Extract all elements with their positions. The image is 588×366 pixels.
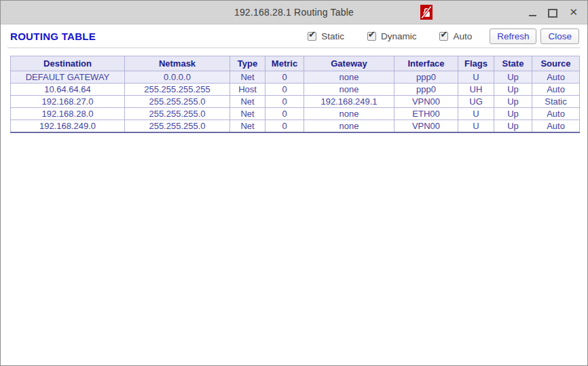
cell-interface: VPN00 [394,120,458,133]
table-row: 192.168.28.0 255.255.255.0 Net 0 none ET… [11,108,580,120]
cell-interface: ppp0 [394,71,458,84]
cell-type: Net [230,71,265,84]
column-header: Netmask [125,56,230,71]
cell-netmask: 0.0.0.0 [125,71,230,84]
cell-netmask: 255.255.255.0 [125,96,230,108]
cell-netmask: 255.255.255.0 [125,120,230,133]
column-header: Flags [458,56,494,71]
cell-destination: 192.168.27.0 [11,96,125,108]
page-title: ROUTING TABLE [10,31,96,42]
column-header: State [494,56,532,71]
maximize-icon [548,9,557,18]
insecure-lock-slash-icon [420,5,433,20]
cell-state: Up [494,71,532,84]
cell-destination: 192.168.249.0 [11,120,125,133]
cell-state: Up [494,96,532,108]
titlebar: 192.168.28.1 Routing Table ✕ [1,1,587,24]
checkbox-icon[interactable]: ✔ [439,32,448,41]
cell-destination: 10.64.64.64 [11,84,125,96]
cell-interface: ppp0 [394,84,458,96]
cell-state: Up [494,120,532,133]
cell-metric: 0 [265,120,304,133]
cell-destination: DEFAULT GATEWAY [11,71,125,84]
routing-table-window: 192.168.28.1 Routing Table ✕ ROUTING TAB… [0,0,588,366]
cell-gateway: none [304,71,394,84]
cell-metric: 0 [265,84,304,96]
checkbox-label: Dynamic [381,31,417,41]
cell-netmask: 255.255.255.255 [125,84,230,96]
checkbox-label: Static [321,31,344,41]
cell-interface: ETH00 [394,108,458,120]
cell-type: Net [230,96,265,108]
cell-state: Up [494,84,532,96]
cell-metric: 0 [265,71,304,84]
toolbar-divider [7,48,581,48]
close-button[interactable]: Close [540,29,579,44]
refresh-button[interactable]: Refresh [490,29,536,44]
cell-netmask: 255.255.255.0 [125,108,230,120]
cell-flags: U [458,120,494,133]
cell-gateway: 192.168.249.1 [304,96,394,108]
table-row: 10.64.64.64 255.255.255.255 Host 0 none … [11,84,580,96]
toolbar: ROUTING TABLE ✔ Static ✔ Dynamic ✔ Auto … [1,24,587,48]
cell-destination: 192.168.28.0 [11,108,125,120]
minimize-button[interactable] [529,7,536,18]
cell-source: Auto [532,120,580,133]
cell-source: Auto [532,108,580,120]
column-header: Interface [394,56,458,71]
close-window-button[interactable]: ✕ [569,7,578,18]
checkbox-icon[interactable]: ✔ [308,32,316,41]
cell-type: Net [230,120,265,133]
table-row: 192.168.249.0 255.255.255.0 Net 0 none V… [11,120,580,133]
table-row: 192.168.27.0 255.255.255.0 Net 0 192.168… [11,96,580,108]
column-header: Source [532,56,580,71]
cell-flags: UH [458,84,494,96]
filter-checkbox-group[interactable]: ✔ Auto [439,31,472,41]
cell-type: Net [230,108,265,120]
cell-source: Auto [532,71,580,84]
filter-checkbox-group[interactable]: ✔ Dynamic [367,31,417,41]
filter-checkbox-group[interactable]: ✔ Static [308,31,344,41]
cell-metric: 0 [265,96,304,108]
routing-table-body: DEFAULT GATEWAY 0.0.0.0 Net 0 none ppp0 … [11,71,580,133]
window-controls: ✕ [529,1,578,24]
cell-flags: UG [458,96,494,108]
cell-gateway: none [304,84,394,96]
checkbox-label: Auto [453,31,472,41]
cell-source: Auto [532,84,580,96]
cell-state: Up [494,108,532,120]
cell-gateway: none [304,120,394,133]
filter-checkboxes: ✔ Static ✔ Dynamic ✔ Auto [308,31,472,41]
column-header: Destination [11,56,125,71]
cell-flags: U [458,71,494,84]
close-icon: ✕ [569,7,578,17]
window-title: 192.168.28.1 Routing Table [1,1,587,24]
checkbox-icon[interactable]: ✔ [367,32,376,41]
maximize-button[interactable] [548,7,557,18]
column-header: Gateway [304,56,394,71]
cell-gateway: none [304,108,394,120]
table-header-row: DestinationNetmaskTypeMetricGatewayInter… [11,56,580,71]
cell-metric: 0 [265,108,304,120]
cell-interface: VPN00 [394,96,458,108]
cell-type: Host [230,84,265,96]
routing-table: DestinationNetmaskTypeMetricGatewayInter… [10,56,580,133]
cell-flags: U [458,108,494,120]
column-header: Type [230,56,265,71]
table-row: DEFAULT GATEWAY 0.0.0.0 Net 0 none ppp0 … [11,71,580,84]
cell-source: Static [532,96,580,108]
column-header: Metric [265,56,304,71]
minimize-icon [529,8,536,16]
